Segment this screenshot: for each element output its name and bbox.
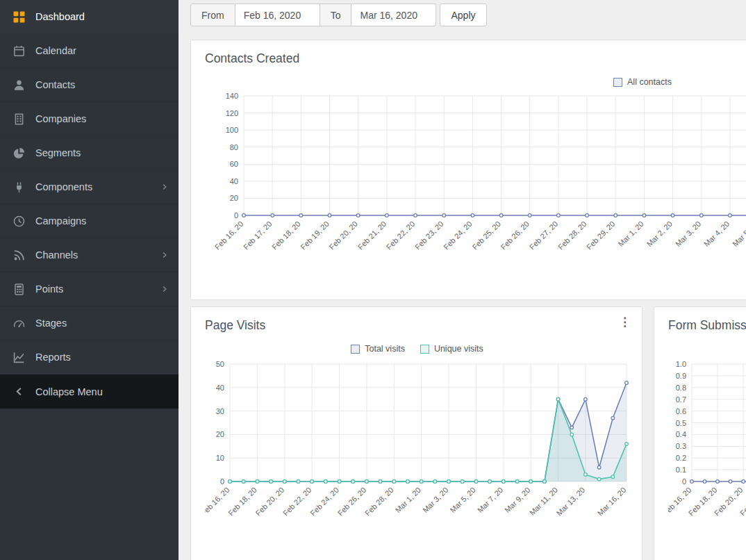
svg-text:Mar 13, 20: Mar 13, 20 [555,486,587,518]
svg-text:40: 40 [230,177,238,186]
svg-text:Mar 1, 20: Mar 1, 20 [616,220,645,248]
app-root: Dashboard Calendar [0,0,746,560]
svg-text:40: 40 [216,384,224,392]
form-submissions-title: Form Submissions [668,318,746,333]
panel-header: Page Visits ⋮ [191,307,642,333]
svg-text:100: 100 [226,126,238,134]
sidebar-item-label: Components [35,181,160,192]
svg-text:Feb 20, 20: Feb 20, 20 [327,220,359,252]
sidebar-item-label: Calendar [35,45,169,56]
svg-text:20: 20 [216,430,224,438]
chevron-left-icon [12,386,26,397]
contacts-created-panel: Contacts Created All contacts 0204060801… [190,40,746,300]
collapse-menu-button[interactable]: Collapse Menu [0,374,179,409]
chart-legend: Total visits Unique visits [205,342,629,356]
sidebar-item-reports[interactable]: Reports [0,340,179,374]
svg-text:Feb 28, 20: Feb 28, 20 [363,486,395,518]
to-date-input[interactable] [351,3,436,26]
legend-swatch-icon [351,345,360,354]
sidebar-item-campaigns[interactable]: Campaigns [0,204,179,238]
svg-text:1.0: 1.0 [676,360,686,368]
svg-text:0.4: 0.4 [676,430,686,438]
sidebar-nav: Dashboard Calendar [0,0,179,409]
svg-text:Feb 28, 20: Feb 28, 20 [556,220,588,252]
svg-text:Feb 22, 20: Feb 22, 20 [281,486,313,518]
svg-text:Feb 21, 20: Feb 21, 20 [356,220,388,252]
chart-area: 00.10.20.30.40.50.60.70.80.91.0Feb 16, 2… [654,356,746,539]
sidebar-item-dashboard[interactable]: Dashboard [0,0,179,34]
sidebar-item-companies[interactable]: Companies [0,102,179,136]
svg-text:Mar 11, 20: Mar 11, 20 [528,486,559,517]
svg-text:Mar 9, 20: Mar 9, 20 [503,486,531,514]
svg-text:Feb 26, 20: Feb 26, 20 [336,486,368,518]
date-range-group: From To [190,3,436,26]
chart-area: 020406080100120140Feb 16, 20Feb 17, 20Fe… [191,89,746,275]
apply-button[interactable]: Apply [440,3,486,26]
svg-text:10: 10 [216,454,224,462]
form-submissions-chart: 00.10.20.30.40.50.60.70.80.91.0Feb 16, 2… [668,357,746,536]
svg-text:0: 0 [234,211,238,220]
kebab-menu-icon[interactable]: ⋮ [619,316,631,328]
svg-text:120: 120 [226,109,238,117]
legend-swatch-icon [613,78,622,87]
page-visits-chart: 01020304050Feb 16, 20Feb 18, 20Feb 20, 2… [205,357,629,536]
svg-text:0: 0 [682,477,686,486]
sidebar-item-contacts[interactable]: Contacts [0,68,179,102]
svg-text:Mar 3, 20: Mar 3, 20 [674,220,702,248]
rss-icon [12,249,26,261]
sidebar-item-segments[interactable]: Segments [0,136,179,170]
svg-text:Mar 5, 20: Mar 5, 20 [448,486,476,514]
svg-text:0.9: 0.9 [676,372,686,380]
legend-swatch-icon [420,345,429,354]
chart-legend: All contacts [205,75,746,89]
sidebar-item-label: Segments [35,147,169,158]
svg-text:0.8: 0.8 [676,384,686,392]
svg-text:Mar 2, 20: Mar 2, 20 [645,220,674,248]
legend-unique-visits[interactable]: Unique visits [420,344,483,354]
plug-icon [12,181,26,193]
svg-text:20: 20 [230,194,238,202]
chevron-right-icon [160,183,169,191]
svg-text:0.3: 0.3 [676,442,686,450]
svg-text:80: 80 [230,143,238,151]
legend-all-contacts[interactable]: All contacts [613,77,672,87]
svg-text:140: 140 [226,92,238,100]
sidebar-item-label: Channels [35,249,160,261]
svg-text:Mar 5, 20: Mar 5, 20 [731,220,746,248]
sidebar-item-label: Dashboard [35,11,169,22]
svg-text:0.6: 0.6 [676,407,686,415]
sidebar-item-calendar[interactable]: Calendar [0,34,179,68]
sidebar-item-label: Points [35,283,160,295]
calculator-icon [12,283,26,295]
sidebar-item-label: Contacts [35,79,169,90]
chart-area: 01020304050Feb 16, 20Feb 18, 20Feb 20, 2… [191,356,642,539]
svg-text:Feb 26, 20: Feb 26, 20 [499,220,531,252]
sidebar-item-label: Campaigns [35,215,169,227]
dashboard-grid-icon [12,11,26,23]
gauge-icon [12,318,26,329]
sidebar-item-label: Stages [35,318,169,329]
building-icon [12,113,26,125]
svg-text:Feb 17, 20: Feb 17, 20 [242,220,274,252]
svg-text:Feb 18, 20: Feb 18, 20 [270,220,302,252]
svg-text:Mar 16, 20: Mar 16, 20 [596,486,628,518]
svg-text:Mar 4, 20: Mar 4, 20 [702,220,731,248]
collapse-menu-label: Collapse Menu [35,386,169,397]
svg-text:60: 60 [230,160,238,168]
svg-text:Feb 16, 20: Feb 16, 20 [213,220,245,252]
sidebar-item-points[interactable]: Points [0,272,179,306]
svg-text:Feb 24, 20: Feb 24, 20 [308,486,340,518]
svg-text:Feb 23, 20: Feb 23, 20 [413,220,445,252]
sidebar-item-channels[interactable]: Channels [0,238,179,272]
panel-header: Form Submissions [654,307,746,333]
svg-text:Feb 25, 20: Feb 25, 20 [470,220,502,252]
from-date-input[interactable] [235,3,320,26]
sidebar-item-stages[interactable]: Stages [0,306,179,340]
svg-text:0.2: 0.2 [676,454,686,462]
user-icon [12,79,26,91]
legend-total-visits[interactable]: Total visits [351,344,405,354]
pie-chart-icon [12,147,26,159]
sidebar-item-components[interactable]: Components [0,170,179,204]
svg-text:0.5: 0.5 [676,419,686,427]
chevron-right-icon [160,285,169,293]
